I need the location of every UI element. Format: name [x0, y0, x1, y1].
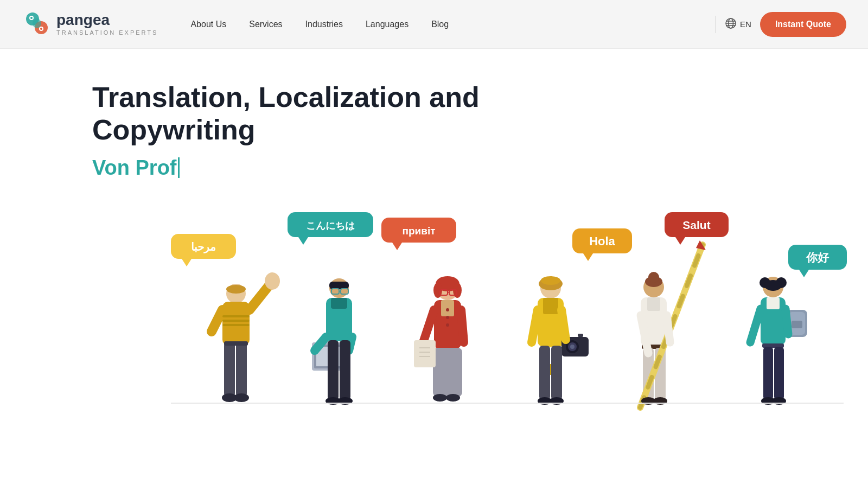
instant-quote-button[interactable]: Instant Quote — [760, 12, 846, 37]
svg-rect-33 — [224, 342, 235, 397]
nav-services[interactable]: Services — [249, 20, 282, 29]
svg-point-2 — [33, 18, 41, 28]
nav-blog[interactable]: Blog — [431, 20, 449, 29]
language-selector[interactable]: EN — [725, 17, 751, 31]
nav-languages[interactable]: Languages — [366, 20, 409, 29]
svg-line-126 — [750, 309, 761, 342]
svg-point-101 — [648, 272, 659, 283]
lang-label: EN — [740, 20, 751, 29]
svg-rect-119 — [767, 297, 780, 309]
hero-subtitle: Von Prof — [92, 156, 868, 180]
svg-line-73 — [423, 310, 434, 342]
svg-rect-85 — [543, 298, 558, 314]
svg-point-83 — [541, 276, 560, 285]
svg-rect-121 — [763, 347, 773, 400]
svg-rect-42 — [222, 320, 250, 322]
svg-text:привіт: привіт — [402, 225, 435, 237]
svg-text:مرحبا: مرحبا — [191, 241, 216, 253]
svg-line-111 — [667, 315, 670, 342]
svg-point-37 — [265, 272, 280, 290]
svg-text:Hola: Hola — [589, 234, 615, 248]
svg-rect-92 — [578, 334, 583, 337]
svg-rect-95 — [539, 346, 550, 400]
globe-icon — [725, 17, 737, 31]
svg-rect-34 — [236, 342, 247, 397]
illustration-scene: مرحبا こんにちは привіт Hola Salut — [92, 201, 868, 473]
svg-marker-13 — [182, 259, 192, 266]
logo[interactable]: pangea Translation Experts — [22, 9, 158, 40]
svg-line-94 — [532, 310, 538, 342]
svg-rect-72 — [433, 348, 462, 397]
cursor — [178, 157, 180, 178]
navigation: pangea Translation Experts About Us Serv… — [0, 0, 868, 49]
svg-marker-28 — [799, 270, 809, 277]
svg-rect-57 — [340, 340, 350, 400]
svg-point-80 — [446, 394, 460, 402]
logo-name: pangea — [56, 12, 158, 28]
svg-rect-75 — [414, 340, 436, 367]
svg-rect-40 — [224, 341, 248, 346]
svg-rect-56 — [328, 340, 339, 400]
svg-text:你好: 你好 — [806, 251, 829, 264]
svg-marker-25 — [675, 237, 685, 245]
svg-rect-50 — [331, 298, 347, 309]
svg-rect-125 — [792, 321, 802, 328]
svg-point-91 — [570, 345, 575, 349]
characters-illustration: مرحبا こんにちは привіт Hola Salut — [127, 201, 833, 473]
svg-marker-16 — [298, 237, 308, 245]
svg-point-70 — [446, 316, 449, 319]
svg-line-74 — [461, 310, 464, 342]
nav-about-us[interactable]: About Us — [190, 20, 226, 29]
nav-industries[interactable]: Industries — [305, 20, 343, 29]
svg-point-117 — [764, 280, 782, 291]
svg-marker-22 — [583, 253, 593, 261]
nav-links: About Us Services Industries Languages B… — [190, 20, 716, 29]
svg-marker-19 — [392, 243, 402, 250]
svg-point-69 — [446, 308, 449, 311]
logo-icon — [22, 9, 52, 40]
logo-sub: Translation Experts — [56, 29, 158, 36]
svg-rect-122 — [774, 347, 784, 400]
nav-right: EN Instant Quote — [716, 12, 846, 37]
svg-point-71 — [446, 323, 449, 327]
svg-rect-43 — [222, 324, 250, 326]
svg-text:Salut: Salut — [682, 219, 710, 231]
svg-point-6 — [40, 28, 42, 30]
svg-point-5 — [30, 17, 33, 19]
svg-point-39 — [234, 393, 249, 402]
svg-point-79 — [433, 394, 447, 402]
svg-rect-103 — [647, 297, 660, 311]
svg-line-93 — [561, 310, 566, 340]
nav-divider — [716, 16, 716, 33]
hero-title: Translation, Localization and Copywritin… — [92, 81, 537, 147]
svg-rect-41 — [222, 315, 250, 317]
svg-text:こんにちは: こんにちは — [306, 220, 355, 231]
svg-line-127 — [786, 309, 788, 334]
svg-point-31 — [226, 285, 246, 294]
svg-rect-96 — [551, 346, 562, 400]
hero-section: Translation, Localization and Copywritin… — [0, 49, 868, 503]
svg-rect-45 — [329, 282, 349, 289]
svg-line-36 — [212, 310, 222, 332]
